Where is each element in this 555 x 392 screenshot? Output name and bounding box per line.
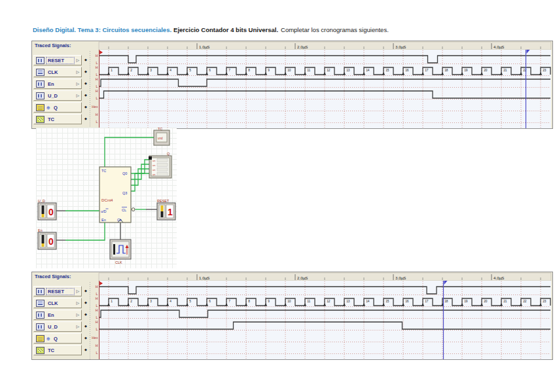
signal-row-tc[interactable]: TC — [33, 114, 82, 124]
switch-lever-icon — [161, 205, 164, 211]
svg-text:12: 12 — [327, 300, 331, 303]
svg-text:14: 14 — [366, 69, 370, 72]
svg-text:H: H — [96, 89, 98, 93]
svg-text:L: L — [96, 120, 98, 124]
svg-text:16: 16 — [405, 69, 409, 72]
row-marker-icon: ◆ — [82, 324, 89, 328]
pin-ck: Ck — [117, 218, 122, 222]
svg-text:2: 2 — [130, 300, 132, 303]
signal-label: RESET — [46, 58, 74, 63]
svg-text:10: 10 — [287, 69, 291, 72]
row-marker-icon: ◆ — [82, 347, 89, 351]
signal-row-q[interactable]: ⊕Q — [33, 102, 82, 113]
waveform-area-top[interactable]: 1,0µS2,0µS3,0µS4,0µSHLHL1234567891011121… — [90, 41, 552, 130]
signal-arrow-icon: ▷ — [76, 94, 79, 98]
signal-label: En — [46, 312, 74, 318]
svg-text:16: 16 — [405, 300, 409, 303]
signal-label: RESET — [46, 289, 74, 294]
input-signal-icon — [36, 312, 45, 319]
svg-text:H: H — [96, 54, 98, 58]
ud-switch[interactable]: U_D 0 — [38, 199, 56, 220]
signal-row-tc[interactable]: TC — [33, 345, 82, 355]
bus-signal-icon — [36, 335, 45, 342]
row-marker-icon: ◆ — [82, 93, 89, 97]
svg-text:6: 6 — [209, 300, 211, 303]
svg-text:H: H — [96, 77, 98, 81]
svg-text:22: 22 — [523, 300, 527, 303]
signal-row-clk[interactable]: CLK▷ — [33, 298, 82, 308]
signal-row-en[interactable]: En▷ — [33, 79, 82, 89]
switch-lever-icon — [42, 243, 45, 247]
reset-value: 1 — [168, 207, 173, 217]
document-page: { "title": { "course": "Diseño Digital. … — [0, 0, 555, 392]
en-switch[interactable]: En 0 — [38, 228, 56, 249]
dcnt4-chip[interactable]: TC Q0 Q3 CL u/D En Ck DCnt4 — [99, 167, 135, 223]
ud-switch-label: U_D — [38, 199, 45, 203]
clock-signal-icon — [36, 69, 45, 76]
en-switch-label: En — [38, 228, 43, 232]
signal-arrow-icon: ▷ — [76, 58, 79, 62]
svg-text:17: 17 — [425, 69, 429, 72]
svg-text:2,0µS: 2,0µS — [297, 276, 308, 280]
svg-text:4: 4 — [170, 69, 171, 72]
row-marker-icon: ◆ — [82, 81, 89, 85]
chip-label: DCnt4 — [101, 198, 113, 202]
q-bit-value: un — [152, 168, 155, 171]
signal-row-ud[interactable]: U_D▷ — [33, 90, 82, 101]
exercise-title: Diseño Digital. Tema 3: Circuitos secuen… — [33, 26, 389, 33]
row-marker-icon: ◆ — [82, 58, 89, 62]
signal-row-en[interactable]: En▷ — [33, 310, 82, 320]
title-course: Diseño Digital. Tema 3: Circuitos secuen… — [33, 26, 171, 33]
svg-text:4,0µS: 4,0µS — [493, 45, 504, 49]
svg-text:15: 15 — [385, 300, 389, 303]
pin-cl: CL — [122, 208, 126, 212]
row-marker-icon: ◆ — [82, 312, 89, 316]
wire-tc — [105, 137, 154, 167]
svg-text:19: 19 — [464, 69, 468, 72]
wire-en — [56, 223, 105, 240]
en-value: 0 — [48, 236, 54, 247]
signal-row-clk[interactable]: CLK▷ — [33, 67, 82, 77]
svg-text:21: 21 — [503, 69, 507, 72]
timing-panel-top: Traced Signals:RESET▷◆CLK▷◆En▷◆U_D▷◆⊕Q◆T… — [31, 41, 553, 129]
svg-text:23: 23 — [543, 69, 546, 72]
svg-text:18: 18 — [444, 300, 448, 303]
clock-label: CLK — [115, 260, 122, 264]
q-bit-value: un — [152, 159, 155, 162]
svg-text:L: L — [96, 292, 98, 296]
svg-text:H: H — [96, 308, 98, 312]
q-display: Q un un un un — [149, 152, 171, 178]
svg-text:L: L — [96, 315, 98, 319]
reset-switch[interactable]: RESET 1 — [157, 199, 175, 220]
title-exercise: Ejercicio Contador 4 bits Universal. — [173, 26, 278, 33]
row-marker-icon: ◆ — [82, 116, 89, 120]
input-signal-icon — [36, 57, 45, 64]
svg-text:L: L — [96, 327, 98, 331]
svg-text:9: 9 — [268, 69, 270, 72]
svg-text:19: 19 — [464, 300, 468, 303]
svg-text:2: 2 — [130, 69, 132, 72]
waveform-svg-top: 1,0µS2,0µS3,0µS4,0µSHLHL1234567891011121… — [90, 41, 552, 130]
svg-text:L: L — [96, 84, 98, 88]
q-display-label: Q — [167, 152, 170, 156]
clock-generator[interactable]: CLK — [110, 240, 131, 264]
svg-text:20: 20 — [484, 300, 488, 303]
svg-text:10: 10 — [287, 300, 291, 303]
signal-row-q[interactable]: ⊕Q — [33, 333, 82, 344]
signal-label: CLK — [46, 300, 74, 306]
svg-text:L: L — [96, 73, 98, 77]
svg-text:11: 11 — [307, 300, 310, 303]
signal-row-ud[interactable]: U_D▷ — [33, 321, 82, 332]
ud-value: 0 — [48, 207, 54, 217]
signal-row-reset[interactable]: RESET▷ — [33, 286, 82, 296]
signal-row-reset[interactable]: RESET▷ — [33, 55, 82, 65]
waveform-area-bottom[interactable]: 1,0µS2,0µS3,0µS4,0µSHLHL1234567891011121… — [90, 272, 552, 361]
svg-text:H: H — [96, 320, 98, 324]
svg-text:2,0µS: 2,0µS — [297, 45, 308, 49]
tc-probe: TC und — [154, 128, 170, 145]
signal-arrow-icon: ▷ — [76, 301, 79, 305]
pin-ud: u/D — [101, 209, 107, 213]
svg-text:5: 5 — [189, 69, 191, 72]
svg-text:23: 23 — [543, 300, 546, 303]
svg-text:Hex: Hex — [92, 105, 98, 109]
